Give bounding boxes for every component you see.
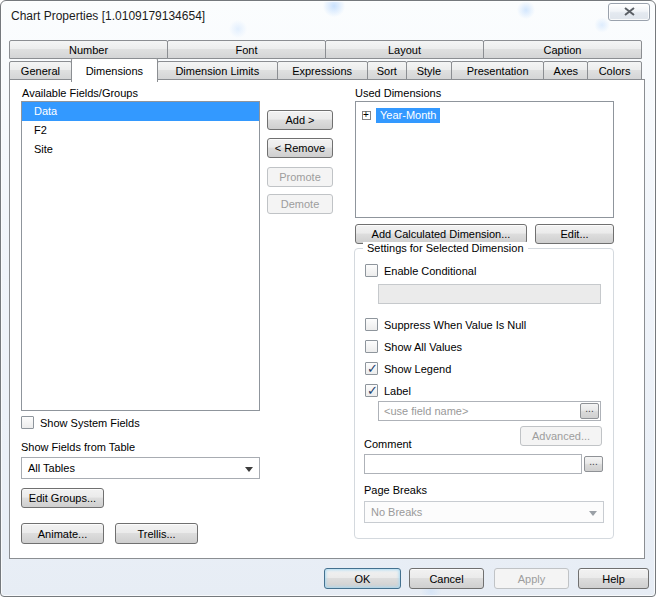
expand-icon[interactable] [362, 111, 371, 120]
available-fields-listbox[interactable]: Data F2 Site [21, 101, 260, 411]
label-row[interactable]: Label [365, 384, 411, 397]
list-item[interactable]: Site [22, 140, 259, 159]
show-system-fields-row[interactable]: Show System Fields [21, 416, 140, 429]
label-ellipsis-button[interactable]: ... [580, 403, 599, 419]
conditional-expression-input [378, 284, 601, 304]
cancel-button[interactable]: Cancel [409, 568, 484, 589]
ok-button[interactable]: OK [324, 568, 401, 589]
tab-colors[interactable]: Colors [587, 61, 642, 80]
suppress-null-label: Suppress When Value Is Null [384, 319, 526, 331]
dimension-item[interactable]: Year-Month [376, 108, 440, 123]
comment-input[interactable] [364, 454, 582, 474]
show-legend-row[interactable]: Show Legend [365, 362, 451, 375]
remove-button[interactable]: < Remove [267, 138, 333, 158]
settings-for-selected-dimension-group: Settings for Selected Dimension Enable C… [354, 248, 614, 539]
enable-conditional-row[interactable]: Enable Conditional [365, 264, 476, 277]
window-title: Chart Properties [1.0109179134654] [11, 9, 205, 23]
edit-groups-button[interactable]: Edit Groups... [21, 488, 104, 508]
dimensions-tab-page: Available Fields/Groups Data F2 Site Add… [9, 79, 645, 559]
tab-dimensions[interactable]: Dimensions [71, 58, 158, 82]
comment-label: Comment [364, 438, 412, 450]
suppress-null-checkbox[interactable] [365, 318, 378, 331]
page-breaks-value: No Breaks [371, 506, 422, 518]
comment-ellipsis-button[interactable]: ... [584, 456, 603, 472]
show-all-values-label: Show All Values [384, 341, 462, 353]
chevron-down-icon [245, 467, 253, 472]
tree-row: Year-Month [362, 108, 613, 123]
chart-properties-dialog: Chart Properties [1.0109179134654] Numbe… [0, 0, 656, 597]
trellis-button[interactable]: Trellis... [115, 523, 198, 544]
enable-conditional-checkbox[interactable] [365, 264, 378, 277]
tab-sort[interactable]: Sort [367, 61, 407, 80]
title-bar: Chart Properties [1.0109179134654] [1, 1, 655, 33]
demote-button: Demote [267, 194, 333, 214]
apply-button: Apply [494, 568, 569, 589]
show-legend-checkbox[interactable] [365, 362, 378, 375]
close-button[interactable] [608, 3, 650, 21]
enable-conditional-label: Enable Conditional [384, 265, 476, 277]
tab-presentation[interactable]: Presentation [451, 61, 545, 80]
show-fields-from-table-label: Show Fields from Table [21, 441, 135, 453]
list-item[interactable]: F2 [22, 121, 259, 140]
table-filter-dropdown[interactable]: All Tables [21, 457, 260, 479]
page-breaks-dropdown: No Breaks [364, 501, 604, 523]
used-dimensions-tree[interactable]: Year-Month [355, 101, 614, 218]
tab-row-bottom: General Dimensions Dimension Limits Expr… [9, 57, 641, 80]
page-breaks-label: Page Breaks [364, 484, 427, 496]
list-item[interactable]: Data [22, 102, 259, 121]
show-all-values-checkbox[interactable] [365, 340, 378, 353]
help-button[interactable]: Help [578, 568, 649, 589]
tab-axes[interactable]: Axes [543, 61, 588, 80]
add-calculated-dimension-button[interactable]: Add Calculated Dimension... [355, 224, 527, 244]
label-checkbox-label: Label [384, 385, 411, 397]
promote-button: Promote [267, 167, 333, 187]
edit-dimension-button[interactable]: Edit... [535, 224, 614, 244]
tab-dimension-limits[interactable]: Dimension Limits [157, 61, 278, 80]
show-system-fields-label: Show System Fields [40, 417, 140, 429]
settings-group-label: Settings for Selected Dimension [363, 242, 528, 254]
tab-general[interactable]: General [9, 61, 72, 80]
tab-style[interactable]: Style [406, 61, 452, 80]
advanced-button: Advanced... [520, 426, 602, 446]
label-checkbox[interactable] [365, 384, 378, 397]
table-filter-value: All Tables [28, 462, 75, 474]
animate-button[interactable]: Animate... [21, 523, 104, 544]
label-input[interactable] [378, 401, 601, 421]
close-icon [624, 6, 635, 18]
chevron-down-icon [589, 511, 597, 516]
show-legend-label: Show Legend [384, 363, 451, 375]
used-dimensions-label: Used Dimensions [355, 87, 441, 99]
tab-expressions[interactable]: Expressions [277, 61, 368, 80]
show-all-values-row[interactable]: Show All Values [365, 340, 462, 353]
available-fields-label: Available Fields/Groups [22, 87, 138, 99]
show-system-fields-checkbox[interactable] [21, 416, 34, 429]
suppress-null-row[interactable]: Suppress When Value Is Null [365, 318, 526, 331]
add-button[interactable]: Add > [267, 110, 333, 130]
